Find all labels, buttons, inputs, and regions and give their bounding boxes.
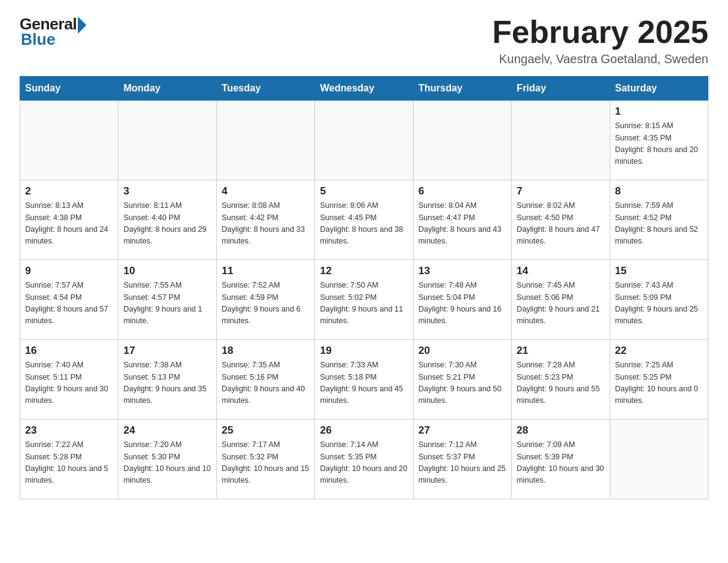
title-block: February 2025 Kungaelv, Vaestra Goetalan… [492,15,708,66]
day-number: 8 [615,185,703,197]
calendar-cell: 14Sunrise: 7:45 AMSunset: 5:06 PMDayligh… [512,260,610,340]
day-number: 18 [222,345,309,357]
day-info: Sunrise: 7:35 AMSunset: 5:16 PMDaylight:… [222,359,309,407]
day-info: Sunrise: 8:13 AMSunset: 4:38 PMDaylight:… [25,200,113,248]
calendar-cell: 13Sunrise: 7:48 AMSunset: 5:04 PMDayligh… [413,260,511,340]
day-number: 17 [123,345,211,357]
day-info: Sunrise: 7:28 AMSunset: 5:23 PMDaylight:… [517,359,604,407]
calendar-table: SundayMondayTuesdayWednesdayThursdayFrid… [20,76,708,499]
calendar-title: February 2025 [492,15,708,50]
column-header-sunday: Sunday [20,77,118,101]
week-row-4: 23Sunrise: 7:22 AMSunset: 5:28 PMDayligh… [20,419,708,499]
column-header-tuesday: Tuesday [216,77,314,101]
calendar-cell: 23Sunrise: 7:22 AMSunset: 5:28 PMDayligh… [20,419,118,499]
day-info: Sunrise: 7:22 AMSunset: 5:28 PMDaylight:… [25,439,113,487]
day-info: Sunrise: 7:52 AMSunset: 4:59 PMDaylight:… [222,280,309,327]
day-number: 7 [517,185,604,197]
calendar-cell [512,101,610,180]
calendar-cell: 28Sunrise: 7:09 AMSunset: 5:39 PMDayligh… [512,419,610,499]
day-info: Sunrise: 7:43 AMSunset: 5:09 PMDaylight:… [615,280,703,327]
day-info: Sunrise: 7:09 AMSunset: 5:39 PMDaylight:… [517,439,604,487]
day-number: 14 [517,265,604,277]
calendar-cell: 6Sunrise: 8:04 AMSunset: 4:47 PMDaylight… [413,180,511,260]
day-info: Sunrise: 7:30 AMSunset: 5:21 PMDaylight:… [419,359,506,407]
day-number: 23 [25,424,113,437]
day-number: 4 [222,185,309,197]
calendar-cell: 20Sunrise: 7:30 AMSunset: 5:21 PMDayligh… [413,340,511,419]
day-info: Sunrise: 7:17 AMSunset: 5:32 PMDaylight:… [222,439,309,487]
day-number: 28 [517,424,604,437]
week-row-1: 2Sunrise: 8:13 AMSunset: 4:38 PMDaylight… [20,180,708,260]
day-info: Sunrise: 7:40 AMSunset: 5:11 PMDaylight:… [25,359,113,407]
day-number: 22 [615,345,703,357]
day-number: 20 [419,345,506,357]
logo-blue-text: Blue [21,30,55,49]
calendar-cell [413,101,511,180]
day-number: 10 [123,265,211,277]
day-number: 12 [320,265,408,277]
calendar-cell: 17Sunrise: 7:38 AMSunset: 5:13 PMDayligh… [118,340,216,419]
day-info: Sunrise: 7:50 AMSunset: 5:02 PMDaylight:… [320,280,408,327]
day-info: Sunrise: 7:59 AMSunset: 4:52 PMDaylight:… [615,200,703,248]
calendar-cell: 10Sunrise: 7:55 AMSunset: 4:57 PMDayligh… [118,260,216,340]
calendar-cell: 19Sunrise: 7:33 AMSunset: 5:18 PMDayligh… [315,340,413,419]
column-header-friday: Friday [512,77,610,101]
calendar-cell: 1Sunrise: 8:15 AMSunset: 4:35 PMDaylight… [610,101,708,180]
calendar-cell: 24Sunrise: 7:20 AMSunset: 5:30 PMDayligh… [118,419,216,499]
logo: General Blue [20,15,86,49]
calendar-cell [315,101,413,180]
calendar-cell: 15Sunrise: 7:43 AMSunset: 5:09 PMDayligh… [610,260,708,340]
column-header-wednesday: Wednesday [315,77,413,101]
day-number: 27 [419,424,506,437]
day-number: 13 [419,265,506,277]
day-number: 3 [123,185,211,197]
calendar-cell: 27Sunrise: 7:12 AMSunset: 5:37 PMDayligh… [413,419,511,499]
calendar-cell: 12Sunrise: 7:50 AMSunset: 5:02 PMDayligh… [315,260,413,340]
calendar-cell [20,101,118,180]
day-number: 25 [222,424,309,437]
calendar-cell: 11Sunrise: 7:52 AMSunset: 4:59 PMDayligh… [216,260,314,340]
day-number: 15 [615,265,703,277]
day-info: Sunrise: 8:06 AMSunset: 4:45 PMDaylight:… [320,200,408,248]
day-info: Sunrise: 7:25 AMSunset: 5:25 PMDaylight:… [615,359,703,407]
calendar-cell: 18Sunrise: 7:35 AMSunset: 5:16 PMDayligh… [216,340,314,419]
day-info: Sunrise: 8:02 AMSunset: 4:50 PMDaylight:… [517,200,604,248]
day-info: Sunrise: 7:20 AMSunset: 5:30 PMDaylight:… [123,439,211,487]
column-header-saturday: Saturday [610,77,708,101]
day-info: Sunrise: 7:12 AMSunset: 5:37 PMDaylight:… [419,439,506,487]
day-number: 21 [517,345,604,357]
calendar-header-row: SundayMondayTuesdayWednesdayThursdayFrid… [20,77,708,101]
day-info: Sunrise: 8:04 AMSunset: 4:47 PMDaylight:… [419,200,506,248]
day-number: 1 [615,105,703,118]
column-header-thursday: Thursday [413,77,511,101]
calendar-cell: 2Sunrise: 8:13 AMSunset: 4:38 PMDaylight… [20,180,118,260]
calendar-cell [610,419,708,499]
day-info: Sunrise: 7:33 AMSunset: 5:18 PMDaylight:… [320,359,408,407]
day-number: 19 [320,345,408,357]
calendar-cell [216,101,314,180]
calendar-cell: 7Sunrise: 8:02 AMSunset: 4:50 PMDaylight… [512,180,610,260]
calendar-cell: 4Sunrise: 8:08 AMSunset: 4:42 PMDaylight… [216,180,314,260]
calendar-cell: 5Sunrise: 8:06 AMSunset: 4:45 PMDaylight… [315,180,413,260]
day-number: 6 [419,185,506,197]
day-number: 2 [25,185,113,197]
week-row-3: 16Sunrise: 7:40 AMSunset: 5:11 PMDayligh… [20,340,708,419]
week-row-0: 1Sunrise: 8:15 AMSunset: 4:35 PMDaylight… [20,101,708,180]
calendar-cell: 16Sunrise: 7:40 AMSunset: 5:11 PMDayligh… [20,340,118,419]
day-info: Sunrise: 7:14 AMSunset: 5:35 PMDaylight:… [320,439,408,487]
day-number: 26 [320,424,408,437]
page-header: General Blue February 2025 Kungaelv, Vae… [20,15,708,66]
calendar-subtitle: Kungaelv, Vaestra Goetaland, Sweden [492,52,708,66]
calendar-cell: 21Sunrise: 7:28 AMSunset: 5:23 PMDayligh… [512,340,610,419]
day-info: Sunrise: 7:55 AMSunset: 4:57 PMDaylight:… [123,280,211,327]
day-info: Sunrise: 8:11 AMSunset: 4:40 PMDaylight:… [123,200,211,248]
calendar-cell: 26Sunrise: 7:14 AMSunset: 5:35 PMDayligh… [315,419,413,499]
calendar-cell: 8Sunrise: 7:59 AMSunset: 4:52 PMDaylight… [610,180,708,260]
day-info: Sunrise: 7:45 AMSunset: 5:06 PMDaylight:… [517,280,604,327]
calendar-cell: 9Sunrise: 7:57 AMSunset: 4:54 PMDaylight… [20,260,118,340]
day-info: Sunrise: 7:38 AMSunset: 5:13 PMDaylight:… [123,359,211,407]
day-number: 16 [25,345,113,357]
week-row-2: 9Sunrise: 7:57 AMSunset: 4:54 PMDaylight… [20,260,708,340]
day-info: Sunrise: 7:48 AMSunset: 5:04 PMDaylight:… [419,280,506,327]
day-number: 24 [123,424,211,437]
